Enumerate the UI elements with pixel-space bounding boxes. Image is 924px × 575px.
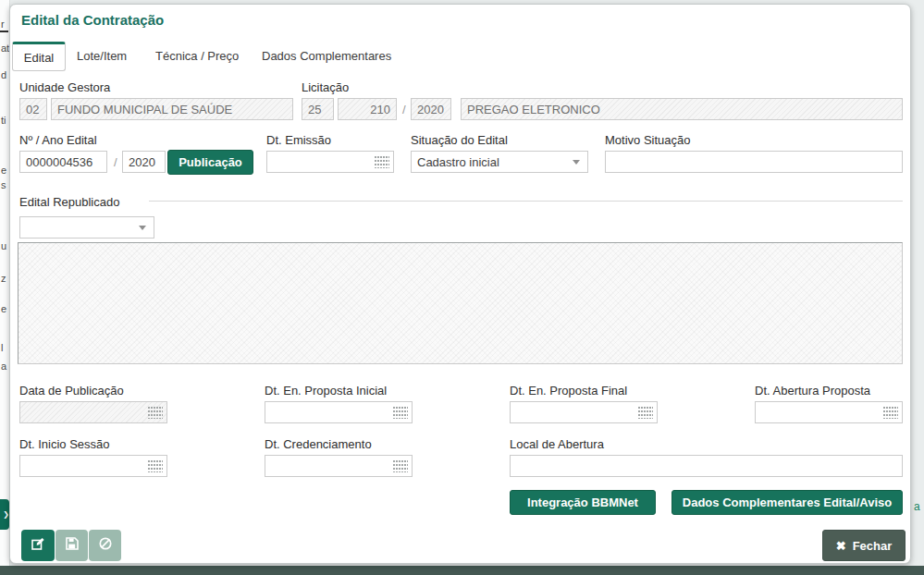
dt-en-proposta-final-input[interactable]: [510, 401, 658, 423]
background-text-fragment: e: [1, 303, 6, 314]
dt-emissao-input[interactable]: [266, 151, 394, 173]
calendar-icon[interactable]: [375, 156, 389, 168]
unidade-gestora-name-input: [51, 98, 293, 120]
situacao-edital-value: Cadastro inicial: [417, 155, 499, 169]
save-button: [55, 530, 88, 561]
ban-icon: [98, 536, 113, 555]
edital-separator: /: [114, 155, 117, 169]
dt-credenciamento-label: Dt. Credenciamento: [265, 437, 372, 451]
dt-en-proposta-inicial-label: Dt. En. Proposta Inicial: [265, 384, 387, 398]
cancel-button: [89, 530, 121, 561]
dt-emissao-label: Dt. Emissão: [266, 133, 331, 147]
edital-number-input[interactable]: [19, 151, 107, 173]
fieldset-divider: [149, 201, 903, 202]
licitacao-year-input: [411, 98, 451, 120]
licitacao-entity-input: [302, 98, 334, 120]
situacao-edital-label: Situação do Edital: [411, 133, 508, 147]
edit-icon: [31, 536, 45, 555]
fechar-button[interactable]: ✖ Fechar: [822, 530, 906, 561]
num-ano-edital-label: Nº / Ano Edital: [19, 133, 97, 147]
licitacao-label: Licitação: [302, 80, 349, 94]
background-text-fragment: z: [1, 273, 6, 284]
background-text-fragment: l: [1, 342, 3, 353]
save-icon: [65, 536, 80, 555]
dt-abertura-proposta-label: Dt. Abertura Proposta: [755, 384, 870, 398]
tab-edital[interactable]: Edital: [12, 42, 66, 71]
background-text-fragment: e: [1, 165, 6, 176]
background-text-fragment: ti: [1, 115, 6, 126]
background-text-fragment: a: [1, 361, 6, 372]
calendar-icon[interactable]: [393, 407, 408, 419]
licitacao-separator: /: [402, 103, 406, 116]
edital-republicado-label: Edital Republicado: [19, 195, 119, 209]
fechar-button-label: Fechar: [853, 539, 893, 553]
licitacao-number-input: [338, 98, 397, 120]
tab-lote-item[interactable]: Lote/Item: [77, 49, 127, 63]
dt-inicio-sessao-input[interactable]: [19, 455, 167, 477]
background-text-fragment: r: [1, 18, 5, 30]
calendar-icon[interactable]: [148, 460, 163, 472]
republicado-observacoes-textarea: [18, 242, 903, 364]
unidade-gestora-code-input: [19, 98, 47, 120]
background-text-fragment-right: a: [914, 500, 920, 513]
chevron-down-icon: [139, 226, 146, 230]
situacao-edital-select[interactable]: Cadastro inicial: [411, 151, 588, 173]
background-divider-fragment: [0, 31, 8, 32]
calendar-icon: [148, 407, 163, 419]
dt-inicio-sessao-label: Dt. Inicio Sessão: [19, 437, 110, 451]
edit-button[interactable]: [21, 530, 55, 561]
background-text-fragment: at: [1, 43, 9, 54]
dt-credenciamento-input[interactable]: [265, 455, 413, 477]
tab-dados-complementares[interactable]: Dados Complementares: [262, 49, 391, 63]
background-bottom-bar: [0, 566, 924, 575]
background-text-fragment: d: [1, 69, 6, 80]
unidade-gestora-label: Unidade Gestora: [19, 80, 110, 94]
motivo-situacao-input[interactable]: [605, 151, 903, 173]
background-text-fragment: s: [1, 179, 6, 190]
integracao-bbmnet-button[interactable]: Integração BBMNet: [510, 490, 656, 515]
local-abertura-label: Local de Abertura: [510, 437, 604, 451]
dt-en-proposta-final-label: Dt. En. Proposta Final: [510, 384, 627, 398]
calendar-icon[interactable]: [638, 407, 653, 419]
edital-dialog: Edital da Contratação Edital Lote/Item T…: [9, 4, 911, 564]
background-text-fragment: u: [1, 240, 6, 251]
dt-abertura-proposta-input[interactable]: [755, 401, 903, 423]
data-publicacao-input: [19, 401, 167, 423]
close-icon: ✖: [836, 539, 846, 553]
edital-year-input[interactable]: [122, 151, 166, 173]
calendar-icon[interactable]: [393, 460, 408, 472]
data-publicacao-label: Data de Publicação: [19, 384, 124, 398]
sidebar-toggle-wedge[interactable]: ❯: [0, 499, 9, 530]
page-title: Edital da Contratação: [21, 12, 164, 28]
licitacao-modality-input: [461, 98, 903, 120]
dt-en-proposta-inicial-input[interactable]: [265, 401, 413, 423]
motivo-situacao-label: Motivo Situação: [605, 133, 691, 147]
edital-republicado-select[interactable]: [19, 216, 154, 239]
chevron-down-icon: [573, 160, 580, 165]
calendar-icon[interactable]: [883, 407, 898, 419]
publicacao-button[interactable]: Publicação: [167, 150, 253, 175]
chevron-right-icon: ❯: [3, 510, 9, 519]
local-abertura-input[interactable]: [510, 455, 903, 477]
tab-tecnica-preco[interactable]: Técnica / Preço: [155, 49, 239, 63]
dados-complementares-edital-aviso-button[interactable]: Dados Complementares Edital/Aviso: [671, 490, 903, 515]
